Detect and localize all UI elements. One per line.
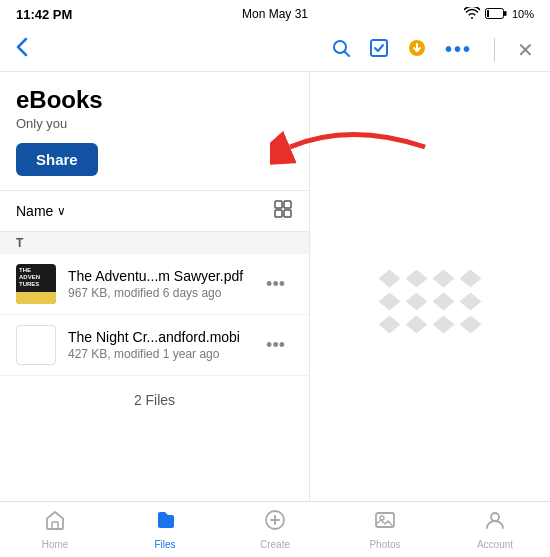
battery-icon xyxy=(485,8,507,21)
svg-rect-1 xyxy=(487,10,489,17)
nav-divider xyxy=(494,38,495,62)
search-icon[interactable] xyxy=(331,38,351,62)
sort-bar: Name ∨ xyxy=(0,190,309,232)
sort-label[interactable]: Name ∨ xyxy=(16,203,66,219)
files-icon xyxy=(154,509,176,536)
nav-bar: ••• ✕ xyxy=(0,28,550,72)
photos-icon xyxy=(374,509,396,536)
wifi-icon xyxy=(464,7,480,22)
dropbox-logo xyxy=(379,270,482,334)
tab-create[interactable]: Create xyxy=(220,502,330,557)
file-more-button[interactable]: ••• xyxy=(258,270,293,299)
back-button[interactable] xyxy=(16,37,28,63)
svg-rect-2 xyxy=(504,11,507,16)
close-button[interactable]: ✕ xyxy=(517,38,534,62)
file-name: The Adventu...m Sawyer.pdf xyxy=(68,268,258,284)
create-icon xyxy=(264,509,286,536)
tab-account[interactable]: Account xyxy=(440,502,550,557)
select-icon[interactable] xyxy=(369,38,389,62)
tab-photos-label: Photos xyxy=(369,539,400,550)
arrow-annotation xyxy=(270,112,430,182)
svg-rect-4 xyxy=(371,40,387,56)
nav-actions: ••• ✕ xyxy=(331,38,534,62)
file-list: THEADVENTURES The Adventu...m Sawyer.pdf… xyxy=(0,254,309,501)
sort-name: Name xyxy=(16,203,53,219)
file-thumbnail-mobi xyxy=(16,325,56,365)
file-meta: 427 KB, modified 1 year ago xyxy=(68,347,258,361)
files-count: 2 Files xyxy=(0,376,309,424)
tab-home-label: Home xyxy=(42,539,69,550)
svg-rect-8 xyxy=(275,210,282,217)
tab-files-label: Files xyxy=(154,539,175,550)
account-icon xyxy=(484,509,506,536)
tab-home[interactable]: Home xyxy=(0,502,110,557)
sort-chevron-icon: ∨ xyxy=(57,204,66,218)
svg-rect-6 xyxy=(275,201,282,208)
share-button[interactable]: Share xyxy=(16,143,98,176)
folder-subtitle: Only you xyxy=(16,116,293,131)
download-icon[interactable] xyxy=(407,38,427,62)
main-layout: eBooks Only you Share Name ∨ T xyxy=(0,72,550,501)
file-thumbnail-pdf: THEADVENTURES xyxy=(16,264,56,304)
tab-create-label: Create xyxy=(260,539,290,550)
file-info: The Night Cr...andford.mobi 427 KB, modi… xyxy=(68,329,258,361)
table-row[interactable]: THEADVENTURES The Adventu...m Sawyer.pdf… xyxy=(0,254,309,315)
svg-rect-11 xyxy=(52,522,58,529)
svg-rect-7 xyxy=(284,201,291,208)
table-row[interactable]: The Night Cr...andford.mobi 427 KB, modi… xyxy=(0,315,309,376)
file-info: The Adventu...m Sawyer.pdf 967 KB, modif… xyxy=(68,268,258,300)
file-meta: 967 KB, modified 6 days ago xyxy=(68,286,258,300)
svg-point-15 xyxy=(491,513,499,521)
battery-text: 10% xyxy=(512,8,534,20)
status-bar: 11:42 PM Mon May 31 10% xyxy=(0,0,550,28)
tab-account-label: Account xyxy=(477,539,513,550)
more-icon[interactable]: ••• xyxy=(445,38,472,61)
grid-view-icon[interactable] xyxy=(273,199,293,223)
status-right: 10% xyxy=(464,7,534,22)
folder-header: eBooks Only you Share xyxy=(0,72,309,184)
svg-rect-9 xyxy=(284,210,291,217)
left-panel: eBooks Only you Share Name ∨ T xyxy=(0,72,310,501)
folder-title: eBooks xyxy=(16,86,293,114)
home-icon xyxy=(44,509,66,536)
right-panel xyxy=(310,72,550,501)
file-more-button[interactable]: ••• xyxy=(258,331,293,360)
status-date: Mon May 31 xyxy=(242,7,308,21)
tab-files[interactable]: Files xyxy=(110,502,220,557)
tab-bar: Home Files Create Photos xyxy=(0,501,550,557)
tab-photos[interactable]: Photos xyxy=(330,502,440,557)
status-time: 11:42 PM xyxy=(16,7,72,22)
section-label-t: T xyxy=(0,232,309,254)
file-name: The Night Cr...andford.mobi xyxy=(68,329,258,345)
